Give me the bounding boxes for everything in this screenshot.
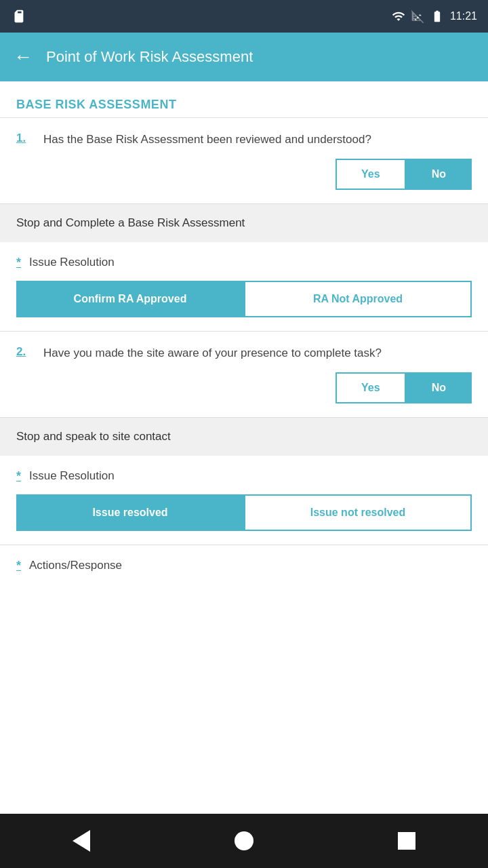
notice-1-bar: Stop and Complete a Base Risk Assessment — [0, 204, 488, 242]
question-2-number: 2. — [16, 345, 35, 359]
question-1-number: 1. — [16, 132, 35, 145]
section-title: BASE RISK ASSESSMENT — [16, 98, 176, 111]
issue-1-label: Issue Resolution — [29, 256, 115, 269]
nav-back-icon — [73, 830, 90, 852]
issue-2-toggle-group: Issue resolved Issue not resolved — [16, 494, 472, 531]
status-bar-right: 11:21 — [392, 9, 477, 23]
question-2-yes-button[interactable]: Yes — [336, 372, 406, 403]
back-button[interactable]: ← — [14, 46, 33, 68]
actions-label-row: * Actions/Response — [16, 559, 472, 573]
question-1-yes-button[interactable]: Yes — [336, 159, 406, 190]
actions-block: * Actions/Response — [0, 545, 488, 587]
nav-home-button[interactable] — [224, 821, 264, 861]
nav-home-icon — [235, 831, 253, 850]
signal-icon — [411, 9, 424, 23]
main-content: BASE RISK ASSESSMENT 1. Has the Base Ris… — [0, 81, 488, 814]
question-2-block: 2. Have you made the site aware of your … — [0, 332, 488, 417]
wifi-icon — [392, 9, 405, 23]
question-1-no-button[interactable]: No — [406, 159, 472, 190]
bottom-nav — [0, 814, 488, 868]
question-2-text: Have you made the site aware of your pre… — [43, 345, 472, 361]
ra-not-approved-button[interactable]: RA Not Approved — [244, 281, 472, 317]
issue-not-resolved-button[interactable]: Issue not resolved — [244, 494, 472, 531]
issue-resolution-2-label-row: * Issue Resolution — [16, 469, 472, 484]
issue-resolution-1-block: * Issue Resolution Confirm RA Approved R… — [0, 242, 488, 331]
app-bar-title: Point of Work Risk Assessment — [46, 48, 253, 66]
status-bar-left — [11, 9, 26, 24]
nav-recents-icon — [398, 832, 415, 850]
question-2-no-button[interactable]: No — [406, 372, 472, 403]
section-header: BASE RISK ASSESSMENT — [0, 81, 488, 117]
actions-required-star: * — [16, 559, 21, 573]
battery-icon — [430, 9, 445, 23]
issue-1-required-star: * — [16, 256, 21, 270]
notice-2-bar: Stop and speak to site contact — [0, 418, 488, 456]
question-1-text: Has the Base Risk Assessment been review… — [43, 132, 472, 148]
sd-card-icon — [11, 9, 26, 24]
issue-2-required-star: * — [16, 469, 21, 484]
question-2-answers: Yes No — [16, 372, 472, 403]
question-2-row: 2. Have you made the site aware of your … — [16, 345, 472, 361]
issue-resolved-button[interactable]: Issue resolved — [16, 494, 244, 531]
notice-2-text: Stop and speak to site contact — [16, 430, 171, 443]
actions-label: Actions/Response — [29, 559, 122, 572]
issue-1-toggle-group: Confirm RA Approved RA Not Approved — [16, 281, 472, 317]
nav-back-button[interactable] — [61, 821, 102, 861]
nav-recents-button[interactable] — [386, 821, 427, 861]
question-1-row: 1. Has the Base Risk Assessment been rev… — [16, 132, 472, 148]
notice-1-text: Stop and Complete a Base Risk Assessment — [16, 216, 245, 229]
status-bar: 11:21 — [0, 0, 488, 33]
question-1-answers: Yes No — [16, 159, 472, 190]
issue-resolution-1-label-row: * Issue Resolution — [16, 256, 472, 270]
question-1-block: 1. Has the Base Risk Assessment been rev… — [0, 118, 488, 203]
issue-2-label: Issue Resolution — [29, 469, 115, 483]
issue-resolution-2-block: * Issue Resolution Issue resolved Issue … — [0, 456, 488, 545]
app-bar: ← Point of Work Risk Assessment — [0, 33, 488, 81]
status-time: 11:21 — [450, 10, 477, 22]
confirm-ra-approved-button[interactable]: Confirm RA Approved — [16, 281, 244, 317]
